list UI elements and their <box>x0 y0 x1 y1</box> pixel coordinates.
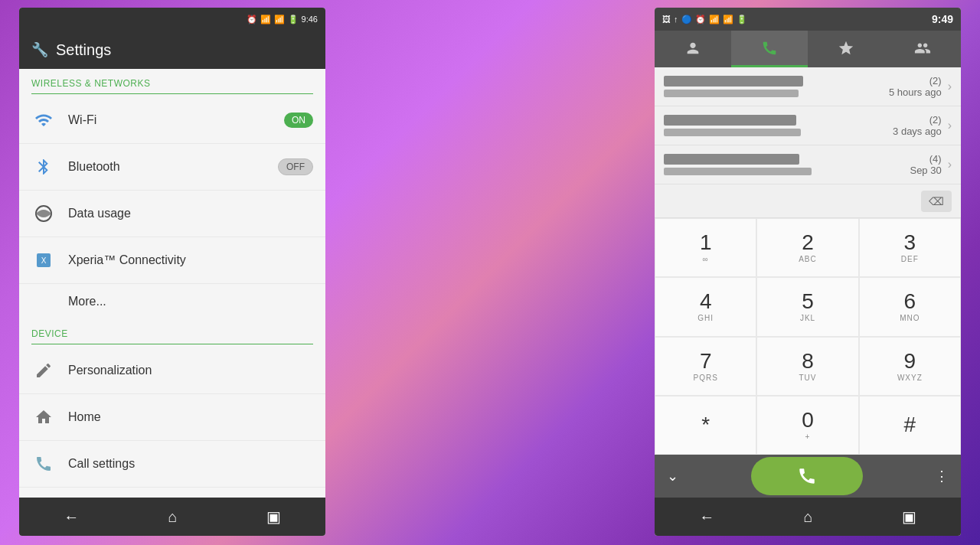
data-usage-label: Data usage <box>68 207 313 220</box>
call-name-bar-short-3 <box>664 168 812 175</box>
dial-key-9[interactable]: 9 WXYZ <box>859 337 961 396</box>
call-arrow-3: › <box>948 158 952 171</box>
call-arrow-2: › <box>948 119 952 132</box>
letters-7: PQRS <box>693 374 717 382</box>
letters-6: MNO <box>900 314 920 322</box>
settings-home-btn[interactable]: ⌂ <box>152 502 192 532</box>
sound-item[interactable]: Sound <box>19 488 325 498</box>
svg-text:X: X <box>41 256 47 265</box>
dial-key-0[interactable]: 0 + <box>756 396 858 455</box>
digit-1: 1 <box>700 232 712 253</box>
dial-key-7[interactable]: 7 PQRS <box>655 337 756 396</box>
phone-navbar: ← ⌂ ▣ <box>655 498 961 536</box>
tab-contacts[interactable] <box>655 31 731 67</box>
settings-recents-btn[interactable]: ▣ <box>251 501 296 532</box>
digit-0: 0 <box>802 410 814 431</box>
call-count-3: (4) <box>910 153 941 165</box>
personalization-item[interactable]: Personalization <box>19 348 325 394</box>
dial-key-5[interactable]: 5 JKL <box>756 277 858 336</box>
data-usage-icon <box>31 201 56 226</box>
digit-9: 9 <box>904 351 916 372</box>
dialpad: 1 ∞ 2 ABC 3 DEF 4 GHI 5 JKL 6 MNO 7 PQRS… <box>655 218 961 455</box>
digit-star: * <box>701 414 710 436</box>
dial-key-2[interactable]: 2 ABC <box>756 218 858 277</box>
xperia-item[interactable]: X Xperia™ Connectivity <box>19 237 325 284</box>
phone-bt-icon: 🔵 <box>681 15 692 24</box>
settings-time: 9:46 <box>302 15 318 24</box>
call-button-icon <box>797 466 817 486</box>
call-meta-2: (2) 3 days ago <box>893 114 942 137</box>
dial-key-3[interactable]: 3 DEF <box>859 218 961 277</box>
call-name-bar-short-1 <box>664 90 799 97</box>
call-item-3[interactable]: (4) Sep 30 › <box>655 145 961 184</box>
dial-key-4[interactable]: 4 GHI <box>655 277 756 336</box>
letters-0: + <box>805 432 811 441</box>
dial-key-star[interactable]: * <box>655 396 756 455</box>
tab-favorites[interactable] <box>808 31 884 67</box>
personalization-label: Personalization <box>68 364 313 377</box>
settings-title: Settings <box>56 41 111 59</box>
signal-icon: 📶 <box>274 15 285 24</box>
call-name-bar-3 <box>664 154 799 165</box>
settings-panel: ⏰ 📶 📶 🔋 9:46 🔧 Settings WIRELESS & NETWO… <box>19 8 325 536</box>
settings-content: WIRELESS & NETWORKS Wi-Fi ON Bluetooth O… <box>19 69 325 498</box>
phone-alarm-icon: ⏰ <box>695 15 706 24</box>
expand-icon[interactable]: ⌄ <box>667 468 678 485</box>
letters-5: JKL <box>800 314 815 322</box>
phone-recents-btn[interactable]: ▣ <box>887 501 932 532</box>
wifi-icon <box>31 108 56 132</box>
wifi-item[interactable]: Wi-Fi ON <box>19 97 325 144</box>
phone-status-left-icons: 🖼 ↑ 🔵 ⏰ 📶 📶 🔋 <box>662 15 747 24</box>
call-time-3: Sep 30 <box>910 165 941 176</box>
settings-titlebar: 🔧 Settings <box>19 31 325 69</box>
more-item[interactable]: More... <box>19 284 325 319</box>
call-meta-3: (4) Sep 30 <box>910 153 941 176</box>
more-options-icon[interactable]: ⋮ <box>935 468 949 485</box>
home-item[interactable]: Home <box>19 394 325 441</box>
bluetooth-toggle[interactable]: OFF <box>278 158 313 175</box>
call-item-1[interactable]: (2) 5 hours ago › <box>655 67 961 106</box>
wifi-status-icon: 📶 <box>260 15 271 24</box>
settings-wrench-icon: 🔧 <box>31 41 48 58</box>
phone-time: 9:49 <box>932 13 953 25</box>
device-section-header: DEVICE <box>19 319 325 344</box>
phone-battery-icon: 🔋 <box>737 15 747 24</box>
call-name-bar-1 <box>664 76 803 86</box>
call-time-2: 3 days ago <box>893 126 942 137</box>
dial-key-8[interactable]: 8 TUV <box>756 337 858 396</box>
delete-button[interactable]: ⌫ <box>921 191 952 212</box>
call-meta-1: (2) 5 hours ago <box>889 75 942 98</box>
photo-icon: 🖼 <box>662 15 671 24</box>
digit-hash: # <box>904 414 916 436</box>
call-name-2 <box>664 115 893 136</box>
wireless-section-header: WIRELESS & NETWORKS <box>19 69 325 93</box>
digit-3: 3 <box>904 232 916 253</box>
home-icon <box>31 405 56 429</box>
wifi-label: Wi-Fi <box>68 113 284 127</box>
tab-groups[interactable] <box>884 31 961 67</box>
digit-5: 5 <box>802 291 814 312</box>
call-item-2[interactable]: (2) 3 days ago › <box>655 106 961 145</box>
letters-1: ∞ <box>703 255 709 263</box>
bluetooth-item[interactable]: Bluetooth OFF <box>19 144 325 191</box>
phone-home-btn[interactable]: ⌂ <box>788 502 828 532</box>
letters-3: DEF <box>901 255 919 263</box>
dial-key-hash[interactable]: # <box>859 396 961 455</box>
phone-wifi-icon: 📶 <box>709 15 720 24</box>
phone-tabs <box>655 31 961 67</box>
call-settings-icon <box>31 452 56 476</box>
call-name-1 <box>664 76 889 97</box>
xperia-icon: X <box>31 248 56 272</box>
tab-dialer[interactable] <box>731 31 808 67</box>
dial-key-1[interactable]: 1 ∞ <box>655 218 756 277</box>
call-name-bar-2 <box>664 115 796 126</box>
call-settings-item[interactable]: Call settings <box>19 441 325 488</box>
dial-key-6[interactable]: 6 MNO <box>859 277 961 336</box>
settings-back-btn[interactable]: ← <box>48 502 94 532</box>
settings-navbar: ← ⌂ ▣ <box>19 498 325 536</box>
data-usage-item[interactable]: Data usage <box>19 191 325 237</box>
wifi-toggle[interactable]: ON <box>284 113 313 128</box>
xperia-label: Xperia™ Connectivity <box>68 253 313 267</box>
phone-back-btn[interactable]: ← <box>684 502 730 532</box>
call-button[interactable] <box>751 457 863 495</box>
